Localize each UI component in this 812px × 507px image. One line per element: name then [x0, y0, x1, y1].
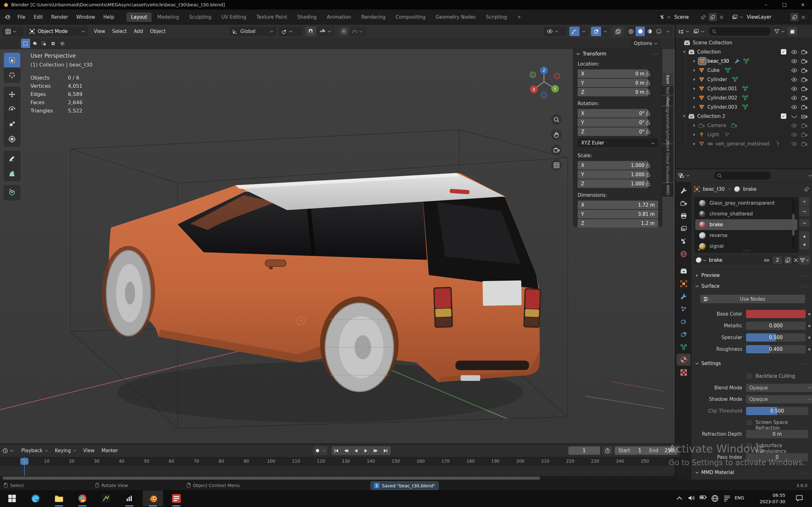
material-specials-dropdown[interactable]	[798, 256, 810, 265]
transform-field-scale-x[interactable]: X1.000	[577, 161, 648, 170]
outliner-row-beac-t30[interactable]: beac_t30	[676, 56, 812, 66]
eye-icon[interactable]	[791, 123, 798, 128]
taskbar-chrome-app[interactable]	[72, 491, 93, 506]
eye-icon[interactable]	[791, 142, 798, 146]
tool-move[interactable]	[4, 87, 20, 102]
outliner-row-cylinder-002[interactable]: Cylinder.002	[676, 93, 812, 102]
add-slot-button[interactable]: ＋	[799, 197, 809, 206]
slider-roughness[interactable]: 0.400	[746, 345, 806, 353]
field-pass-index[interactable]: 0	[746, 453, 808, 461]
timeline-menu-keying[interactable]: Keying	[51, 447, 80, 455]
properties-tab-collection[interactable]	[676, 265, 691, 277]
outliner-row-cylinder-003[interactable]: Cylinder.003	[676, 102, 812, 112]
outliner-row-scene-collection[interactable]: Scene Collection	[676, 38, 812, 47]
taskbar-blender-app[interactable]	[143, 491, 163, 506]
new-view-layer-icon[interactable]	[791, 13, 799, 21]
tray-notifications-icon[interactable]	[796, 495, 803, 502]
transform-field-rotation-x[interactable]: X0°	[577, 109, 648, 118]
collection-checkbox[interactable]: ✓	[781, 49, 786, 55]
outliner-row-light[interactable]: Light	[676, 130, 812, 139]
shading-dropdown[interactable]	[663, 26, 672, 36]
tool-cursor[interactable]	[4, 67, 20, 83]
n-panel-tab-photogrammetry-importer[interactable]: Photogrammetry/Importer	[662, 107, 673, 143]
taskbar-graph-app-app[interactable]	[96, 491, 116, 506]
move-slot-up-button[interactable]: ▲	[799, 231, 809, 240]
tool-rotate[interactable]	[4, 102, 20, 117]
chevron-down-icon[interactable]	[703, 259, 706, 262]
slider-metallic[interactable]: 0.000	[746, 322, 806, 330]
gizmo-minus-x-axis[interactable]	[554, 73, 560, 79]
new-material-icon[interactable]	[784, 257, 792, 264]
properties-tab-output[interactable]	[676, 210, 691, 222]
tray-volume-icon[interactable]	[688, 495, 695, 502]
gizmo-dropdown[interactable]	[579, 26, 588, 36]
outliner-row-veh-general-matsheet[interactable]: veh_general_matsheet	[676, 139, 812, 148]
expander-right-icon[interactable]	[693, 87, 696, 90]
slider-specular[interactable]: 0.500	[746, 333, 806, 342]
show-overlays-toggle[interactable]	[591, 26, 601, 36]
ruler-collapse-arrow[interactable]: ‹	[671, 459, 673, 464]
end-frame-field[interactable]: End 250	[646, 448, 677, 453]
expander-down-icon[interactable]	[682, 50, 686, 54]
eye-icon[interactable]	[791, 68, 798, 72]
transform-field-dimensions-z[interactable]: Z1.2 m	[577, 219, 658, 228]
expander-right-icon[interactable]	[693, 142, 696, 146]
workspace-tab-animation[interactable]: Animation	[322, 12, 355, 22]
properties-search-input[interactable]	[714, 171, 771, 180]
outliner-filter-id-dropdown[interactable]	[693, 29, 705, 34]
current-frame-field[interactable]: 1	[568, 447, 600, 455]
workspace-tab-scripting[interactable]: Scripting	[481, 12, 512, 22]
viewport-menu-select[interactable]: Select	[109, 27, 131, 36]
list-drag-dots[interactable]: :::::	[743, 248, 751, 252]
camera-view-button[interactable]	[551, 145, 562, 155]
tool-annotate[interactable]	[4, 151, 20, 166]
expander-right-icon[interactable]	[693, 124, 696, 127]
shading-wireframe-button[interactable]	[626, 26, 636, 36]
workspace-tab-sculpting[interactable]: Sculpting	[185, 12, 216, 22]
lock-icon[interactable]	[646, 80, 651, 86]
render-disabled-icon[interactable]	[801, 114, 808, 119]
lock-icon[interactable]	[646, 171, 651, 177]
taskbar-start-button[interactable]	[2, 491, 22, 506]
slider-clip-threshold[interactable]: 0.500	[746, 407, 808, 415]
stopwatch-icon[interactable]	[603, 447, 612, 455]
previous-keyframe-button[interactable]	[342, 446, 351, 455]
shading-solid-button[interactable]	[636, 26, 645, 36]
tray-chevron-up-icon[interactable]	[676, 495, 683, 502]
properties-tab-scene[interactable]	[676, 235, 691, 247]
outliner-search-input[interactable]	[709, 27, 770, 36]
snap-magnet-toggle[interactable]	[305, 26, 316, 36]
unlink-material-icon[interactable]	[794, 258, 798, 262]
properties-tab-material[interactable]	[676, 354, 691, 366]
play-button[interactable]	[361, 446, 371, 455]
select-mode-extend[interactable]	[30, 39, 39, 48]
editor-type-button[interactable]	[3, 26, 23, 36]
pivot-point-dropdown[interactable]	[279, 26, 302, 36]
base-color-swatch[interactable]	[746, 310, 806, 318]
keying-dropdown-icon[interactable]	[322, 450, 326, 452]
workspace-tab-modeling[interactable]: Modeling	[153, 12, 183, 22]
tool-transform[interactable]	[4, 131, 20, 147]
close-button[interactable]: ×	[794, 0, 812, 9]
select-mode-subtract[interactable]	[39, 39, 49, 48]
eye-icon[interactable]	[791, 96, 798, 100]
add-workspace-button[interactable]: +	[513, 12, 526, 22]
properties-tab-particles[interactable]	[676, 303, 691, 315]
collection-checkbox[interactable]: ✓	[781, 113, 786, 119]
lock-icon[interactable]	[646, 71, 651, 76]
shading-material-button[interactable]	[645, 26, 654, 36]
timeline-editor-type-button[interactable]	[3, 448, 13, 453]
select-blend-mode[interactable]: Opaque	[746, 384, 812, 392]
properties-tab-tool[interactable]	[676, 184, 691, 196]
material-slot-chrome_shattered[interactable]: chrome_shattered	[695, 209, 798, 219]
tool-measure[interactable]	[4, 166, 20, 181]
outliner-row-cylinder[interactable]: Cylinder	[676, 75, 812, 84]
properties-tab-world[interactable]	[676, 248, 691, 260]
lock-icon[interactable]	[646, 162, 651, 168]
pin-icon[interactable]	[701, 14, 706, 20]
use-nodes-button[interactable]: Use Nodes	[700, 295, 805, 303]
animate-dot[interactable]	[808, 337, 810, 339]
render-visibility-icon[interactable]	[801, 141, 808, 147]
slot-specials-dropdown[interactable]	[799, 219, 809, 227]
render-visibility-icon[interactable]	[801, 123, 808, 128]
